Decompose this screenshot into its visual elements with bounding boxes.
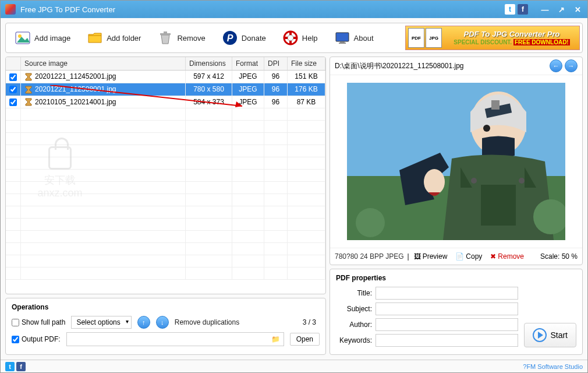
preview-remove-button[interactable]: ✖Remove xyxy=(487,251,527,262)
svg-rect-9 xyxy=(340,41,345,43)
svg-text:P: P xyxy=(227,33,233,43)
output-pdf-checkbox[interactable]: Output PDF: xyxy=(12,335,61,343)
remove-duplications-button[interactable]: Remove duplications xyxy=(175,318,239,326)
play-icon xyxy=(533,328,547,342)
cell-name: 20210105_120214001.jpg xyxy=(21,96,186,108)
svg-point-23 xyxy=(356,208,385,237)
pdf-keywords-field[interactable] xyxy=(376,334,518,347)
donate-button[interactable]: P Donate xyxy=(215,26,272,50)
col-size[interactable]: File size xyxy=(288,57,325,71)
copy-icon: 📄 xyxy=(455,252,464,261)
prev-image-button[interactable]: ← xyxy=(550,59,562,72)
col-format[interactable]: Format xyxy=(232,57,264,71)
folder-small-icon: 📁 xyxy=(271,335,280,343)
move-up-button[interactable]: ↑ xyxy=(137,316,150,329)
row-checkbox[interactable] xyxy=(9,98,17,106)
status-twitter-icon[interactable]: t xyxy=(5,362,15,371)
preview-path: D:\桌面\说明书\20201221_112508001.jpg xyxy=(335,61,463,71)
file-table[interactable]: Source image Dimensions Format DPI File … xyxy=(5,57,326,294)
about-button[interactable]: About xyxy=(328,26,380,50)
svg-point-7 xyxy=(288,35,293,41)
col-dpi[interactable]: DPI xyxy=(264,57,288,71)
credit-link[interactable]: ?FM Software Studio xyxy=(523,363,583,370)
preview-image-area xyxy=(330,75,582,248)
pdf-icon: PDF xyxy=(408,28,424,48)
output-path-field[interactable]: 📁 xyxy=(66,332,284,346)
help-button[interactable]: Help xyxy=(276,26,324,50)
svg-point-22 xyxy=(424,169,445,195)
cell-fmt: JPEG xyxy=(232,83,264,96)
svg-point-20 xyxy=(519,178,525,184)
table-row[interactable]: 20201221_112452001.jpg 597 x 412 JPEG 96… xyxy=(6,71,325,83)
svg-point-1 xyxy=(18,34,22,38)
cell-size: 176 KB xyxy=(288,83,325,96)
cell-name: 20201221_112508001.jpg xyxy=(21,83,186,96)
preview-panel: D:\桌面\说明书\20201221_112508001.jpg ← → xyxy=(330,57,583,265)
facebook-icon[interactable]: f xyxy=(518,4,528,15)
cell-dim: 584 x 373 xyxy=(186,96,232,108)
cell-dim: 780 x 580 xyxy=(186,83,232,96)
svg-rect-10 xyxy=(339,43,346,44)
copy-button[interactable]: 📄Copy xyxy=(452,251,486,262)
cell-dpi: 96 xyxy=(264,71,288,83)
minimize-button[interactable]: — xyxy=(540,4,550,15)
svg-point-18 xyxy=(483,125,490,132)
preview-icon: 🖼 xyxy=(414,252,421,261)
close-button[interactable]: ✕ xyxy=(572,4,583,15)
pdf-properties-panel: PDF properties Title: Subject: Author: K… xyxy=(330,269,583,355)
cell-fmt: JPEG xyxy=(232,96,264,108)
image-info: 780?80 24 BPP JPEG xyxy=(335,252,404,261)
promo-banner[interactable]: PDFJPG PDF To JPG Converter Pro SPECIAL … xyxy=(405,26,580,50)
pdf-subject-field[interactable] xyxy=(376,302,518,315)
add-image-button[interactable]: Add image xyxy=(8,26,77,50)
status-facebook-icon[interactable]: f xyxy=(16,362,26,371)
monitor-icon xyxy=(334,30,350,46)
cell-size: 151 KB xyxy=(288,71,325,83)
image-icon xyxy=(15,30,31,46)
cell-name: 20201221_112452001.jpg xyxy=(21,71,186,83)
select-options-dropdown[interactable]: Select options xyxy=(71,316,131,329)
svg-rect-3 xyxy=(164,31,167,33)
titlebar: Free JPG To PDF Converter t f — ↗ ✕ xyxy=(1,1,587,18)
pdf-author-field[interactable] xyxy=(376,318,518,331)
preview-button[interactable]: 🖼Preview xyxy=(410,251,451,262)
cell-dim: 597 x 412 xyxy=(186,71,232,83)
row-checkbox[interactable] xyxy=(9,73,17,81)
move-down-button[interactable]: ↓ xyxy=(156,316,169,329)
next-image-button[interactable]: → xyxy=(565,59,578,72)
operations-title: Operations xyxy=(12,303,320,311)
cell-dpi: 96 xyxy=(264,83,288,96)
lifebuoy-icon xyxy=(282,30,299,46)
pdf-properties-title: PDF properties xyxy=(336,274,518,282)
app-logo-icon xyxy=(5,4,16,15)
svg-rect-2 xyxy=(160,33,171,35)
cell-size: 87 KB xyxy=(288,96,325,108)
operations-panel: Operations Show full path Select options… xyxy=(5,298,326,355)
pdf-title-field[interactable] xyxy=(376,287,518,300)
add-folder-button[interactable]: Add folder xyxy=(80,26,147,50)
cell-dpi: 96 xyxy=(264,96,288,108)
remove-button[interactable]: Remove xyxy=(151,26,211,50)
start-button[interactable]: Start xyxy=(524,323,576,347)
maximize-button[interactable]: ↗ xyxy=(556,4,566,15)
paypal-icon: P xyxy=(222,30,238,46)
main-toolbar: Add image Add folder Remove P Donate Hel… xyxy=(5,23,583,53)
show-full-path-checkbox[interactable]: Show full path xyxy=(12,318,65,326)
twitter-icon[interactable]: t xyxy=(505,4,515,15)
svg-rect-21 xyxy=(481,185,516,226)
table-row[interactable]: 20201221_112508001.jpg 780 x 580 JPEG 96… xyxy=(6,83,325,96)
status-bar: t f ?FM Software Studio xyxy=(1,360,587,372)
remove-x-icon: ✖ xyxy=(490,252,496,261)
trash-icon xyxy=(157,30,173,46)
open-button[interactable]: Open xyxy=(290,333,320,346)
folder-icon xyxy=(87,30,103,46)
table-row[interactable]: 20210105_120214001.jpg 584 x 373 JPEG 96… xyxy=(6,96,325,108)
cell-fmt: JPEG xyxy=(232,71,264,83)
col-source[interactable]: Source image xyxy=(21,57,186,71)
row-checkbox[interactable] xyxy=(9,86,17,93)
file-counter: 3 / 3 xyxy=(303,318,320,326)
col-dimensions[interactable]: Dimensions xyxy=(186,57,232,71)
scale-label: Scale: 50 % xyxy=(540,252,578,261)
svg-rect-8 xyxy=(336,33,349,41)
svg-rect-17 xyxy=(491,100,500,110)
